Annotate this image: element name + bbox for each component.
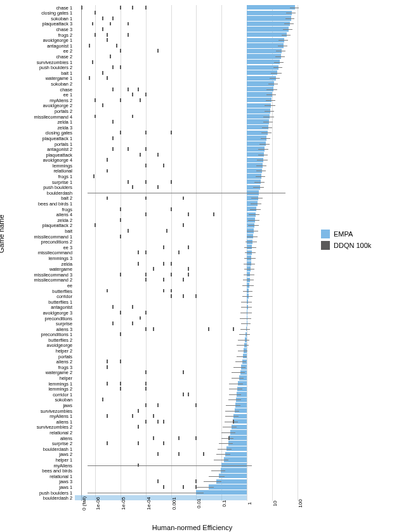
chart-figure: chase 1closing gates 1sokoban 1plaqueatt… bbox=[0, 0, 406, 532]
data-row bbox=[75, 185, 310, 190]
ddqn-tick bbox=[145, 180, 147, 184]
ddqn-tick bbox=[128, 180, 129, 184]
data-row bbox=[75, 217, 310, 222]
empa-errorbar bbox=[273, 67, 282, 68]
y-tick-label: corridor bbox=[56, 294, 72, 299]
y-tick-label: missilecommand 2 bbox=[34, 278, 72, 282]
x-tick-label: 10 bbox=[272, 501, 278, 507]
y-tick-label: ee bbox=[67, 283, 72, 288]
empa-errorbar bbox=[283, 29, 292, 30]
empa-errorbar bbox=[239, 334, 250, 335]
data-row bbox=[75, 103, 310, 108]
empa-bar bbox=[247, 16, 291, 20]
ddqn-tick bbox=[145, 197, 147, 200]
ddqn-tick bbox=[138, 441, 139, 445]
ddqn-tick bbox=[203, 452, 204, 456]
ddqn-tick bbox=[163, 485, 164, 489]
y-tick-label: missilecommand 1 bbox=[34, 235, 72, 239]
ddqn-tick bbox=[120, 311, 121, 315]
empa-errorbar bbox=[271, 73, 281, 74]
x-tick-label: 0 (fail) bbox=[81, 496, 87, 510]
y-tick-label: ee 1 bbox=[63, 93, 72, 97]
y-tick-label: aliens 3 bbox=[56, 327, 72, 332]
ddqn-tick bbox=[140, 316, 141, 320]
empa-bar bbox=[247, 27, 289, 31]
empa-errorbar bbox=[266, 100, 276, 101]
data-row bbox=[75, 125, 310, 129]
x-tick-label: 1e-04 bbox=[146, 497, 152, 510]
ddqn-tick bbox=[120, 65, 121, 69]
data-row bbox=[75, 70, 310, 75]
ddqn-tick bbox=[132, 321, 133, 325]
ddqn-tick bbox=[138, 250, 139, 254]
empa-errorbar bbox=[244, 258, 256, 259]
ddqn-tick bbox=[145, 250, 147, 254]
empa-errorbar bbox=[258, 149, 268, 150]
empa-errorbar bbox=[261, 133, 272, 133]
empa-errorbar bbox=[248, 220, 259, 221]
empa-errorbar bbox=[270, 78, 280, 79]
empa-errorbar bbox=[226, 405, 240, 406]
empa-errorbar bbox=[278, 40, 288, 41]
ddqn-tick bbox=[157, 185, 159, 189]
ddqn-tick bbox=[163, 441, 164, 445]
ddqn-tick bbox=[102, 27, 103, 31]
ddqn-tick bbox=[132, 185, 133, 189]
y-tick-label: preconditions 2 bbox=[41, 240, 73, 244]
ddqn-tick bbox=[233, 327, 234, 331]
ddqn-tick bbox=[145, 212, 147, 216]
y-tick-label: relational 1 bbox=[49, 474, 72, 479]
empa-errorbar bbox=[241, 307, 252, 308]
y-tick-label: ee 2 bbox=[63, 49, 72, 53]
data-row bbox=[75, 261, 310, 266]
ddqn-tick bbox=[188, 267, 189, 271]
empa-errorbar bbox=[265, 105, 275, 106]
data-row bbox=[75, 5, 310, 10]
ddqn-tick bbox=[95, 33, 96, 37]
data-row bbox=[75, 381, 310, 386]
y-tick-label: lemmings 1 bbox=[49, 382, 72, 386]
y-tick-label: boulderdash bbox=[47, 191, 72, 195]
data-row bbox=[75, 436, 310, 440]
y-tick-label: missilecommand bbox=[38, 250, 72, 255]
data-row bbox=[75, 278, 310, 282]
ddqn-tick bbox=[120, 49, 121, 53]
data-row bbox=[75, 321, 310, 325]
y-tick-label: frogs 1 bbox=[58, 174, 72, 179]
data-row bbox=[75, 179, 310, 184]
ddqn-tick bbox=[145, 382, 147, 386]
ddqn-tick bbox=[107, 197, 108, 200]
empa-bar bbox=[209, 484, 247, 489]
y-tick-label: ee 3 bbox=[63, 245, 72, 250]
empa-errorbar bbox=[242, 296, 252, 297]
empa-errorbar bbox=[238, 351, 247, 351]
ddqn-tick bbox=[163, 289, 164, 293]
y-tick-label: myAliens bbox=[53, 464, 72, 468]
y-tick-label: bait 1 bbox=[61, 71, 72, 75]
ddqn-tick bbox=[107, 38, 108, 42]
y-tick-label: jaws 2 bbox=[59, 452, 72, 457]
data-row bbox=[75, 163, 310, 167]
data-row bbox=[75, 223, 310, 228]
x-tick-label: 1 bbox=[247, 502, 252, 505]
empa-errorbar bbox=[249, 214, 259, 215]
y-tick-label: survivezombies 1 bbox=[37, 60, 72, 65]
ddqn-tick bbox=[213, 212, 214, 216]
y-tick-label: closing gates 1 bbox=[41, 11, 72, 15]
data-row bbox=[75, 27, 310, 31]
ddqn-tick bbox=[110, 55, 111, 58]
data-row bbox=[75, 316, 310, 320]
empa-errorbar bbox=[251, 204, 261, 204]
empa-errorbar bbox=[256, 171, 266, 171]
empa-errorbar bbox=[248, 225, 259, 226]
y-tick-label: aliens 4 bbox=[56, 212, 72, 217]
empa-errorbar bbox=[225, 411, 239, 412]
data-row bbox=[75, 452, 310, 457]
ddqn-tick bbox=[157, 153, 159, 157]
ddqn-tick bbox=[163, 262, 164, 266]
ddqn-tick bbox=[183, 485, 184, 489]
ddqn-tick bbox=[128, 88, 129, 91]
empa-errorbar bbox=[229, 394, 241, 395]
empa-errorbar bbox=[247, 237, 258, 237]
empa-errorbar bbox=[275, 56, 285, 57]
